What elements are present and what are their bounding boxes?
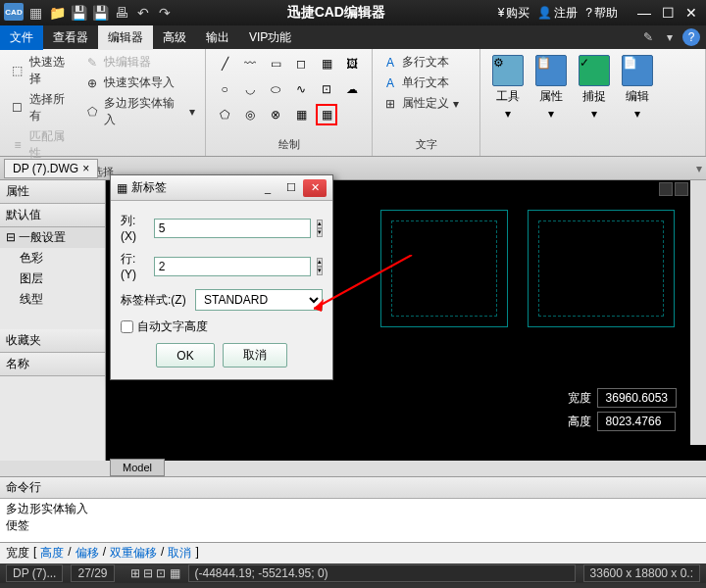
general-section[interactable]: ⊟ 一般设置 — [0, 227, 105, 248]
canvas-min-icon[interactable] — [659, 182, 673, 196]
buy-link[interactable]: ¥ 购买 — [498, 5, 530, 22]
command-body[interactable]: 多边形实体输入 便签 — [0, 499, 706, 542]
stext[interactable]: A单行文本 — [380, 74, 461, 92]
register-link[interactable]: 👤 注册 — [537, 5, 578, 22]
draw-table-icon[interactable]: ▦ — [316, 104, 337, 125]
cols-down[interactable]: ▾ — [317, 228, 323, 237]
tools-button[interactable]: ⚙工具▾ — [488, 53, 528, 152]
canvas-max-icon[interactable] — [675, 182, 688, 196]
tab-editor[interactable]: 编辑器 — [98, 25, 153, 50]
tab-file[interactable]: 文件 — [0, 25, 43, 50]
app-logo: CAD — [4, 3, 24, 21]
help-link[interactable]: ? 帮助 — [585, 5, 618, 22]
tabstrip-menu-icon[interactable]: ▾ — [696, 162, 702, 175]
ok-button[interactable]: OK — [156, 343, 214, 368]
dialog-title: 新标签 — [131, 179, 252, 196]
cancel-button[interactable]: 取消 — [223, 343, 287, 368]
draw-spline-icon[interactable]: ∿ — [290, 78, 312, 100]
props-header: 属性 — [0, 180, 105, 204]
poly-input[interactable]: ⬠多边形实体输入 ▾ — [82, 94, 197, 129]
cols-up[interactable]: ▴ — [317, 220, 323, 228]
saveas-icon[interactable]: 💾 — [90, 3, 110, 23]
status-pages: 27/29 — [71, 564, 114, 582]
tab-output[interactable]: 输出 — [196, 25, 239, 50]
maximize-button[interactable]: ☐ — [657, 4, 679, 22]
prop-linetype[interactable]: 线型 — [0, 289, 105, 310]
dialog-maximize[interactable]: ☐ — [279, 179, 303, 197]
status-file: DP (7)... — [6, 564, 63, 582]
draw-empty — [341, 104, 363, 125]
draw-hatch-icon[interactable]: ▦ — [316, 53, 337, 74]
draw-x-icon[interactable]: ⊗ — [265, 104, 286, 125]
auto-height-checkbox[interactable] — [121, 320, 133, 333]
open-icon[interactable]: 📁 — [47, 3, 67, 23]
snap-button[interactable]: ✓捕捉▾ — [575, 53, 614, 152]
help-icon[interactable]: ? — [682, 28, 700, 46]
rows-input[interactable] — [154, 257, 311, 276]
dialog-minimize[interactable]: _ — [256, 179, 279, 197]
quick-select[interactable]: ⬚快速选择 — [8, 53, 78, 88]
width-value: 36960.6053 — [597, 388, 677, 408]
edit-button[interactable]: 📄编辑▾ — [618, 53, 657, 152]
print-icon[interactable]: 🖶 — [112, 3, 131, 23]
draw-arc-icon[interactable]: ◡ — [239, 78, 261, 100]
draw-rect-icon[interactable]: ▭ — [265, 53, 286, 74]
auto-height-label: 自动文字高度 — [137, 318, 208, 335]
height-label: 高度 — [568, 414, 591, 430]
document-tab[interactable]: DP (7).DWG× — [4, 159, 98, 178]
cols-input[interactable] — [154, 219, 311, 238]
draw-point-icon[interactable]: ⊡ — [316, 78, 337, 100]
quick-editor: ✎快编辑器 — [82, 53, 197, 72]
mtext[interactable]: A多行文本 — [380, 53, 461, 72]
status-coords: (-44844.19; -55214.95; 0) — [188, 564, 576, 582]
select-all[interactable]: ☐选择所有 — [8, 90, 78, 125]
tab-close-icon[interactable]: × — [82, 162, 89, 175]
draw-block-icon[interactable]: ▦ — [290, 104, 312, 125]
draw-line-icon[interactable]: ╱ — [214, 53, 235, 74]
quick-import[interactable]: ⊕快速实体导入 — [82, 74, 197, 92]
style-label: 标签样式:(Z) — [121, 292, 189, 309]
defaults-header[interactable]: 默认值 — [0, 204, 105, 227]
tab-advanced[interactable]: 高级 — [153, 25, 196, 50]
status-double-offset-link[interactable]: 双重偏移 — [110, 545, 157, 562]
dialog-close[interactable]: ✕ — [303, 179, 327, 197]
draw-ellipse-icon[interactable]: ⬭ — [265, 78, 286, 100]
draw-rect2-icon[interactable]: ◻ — [290, 53, 312, 74]
tab-viewer[interactable]: 查看器 — [43, 25, 98, 50]
app-title: 迅捷CAD编辑器 — [175, 4, 498, 22]
name-header[interactable]: 名称 — [0, 353, 105, 376]
pen-icon[interactable]: ✎ — [639, 28, 657, 46]
undo-icon[interactable]: ↶ — [133, 3, 153, 23]
attdef[interactable]: ⊞属性定义 ▾ — [380, 94, 461, 113]
height-value: 8023.4766 — [597, 412, 676, 431]
draw-poly-icon[interactable]: ⬠ — [214, 104, 235, 125]
prop-layer[interactable]: 图层 — [0, 269, 105, 289]
status-cancel-link[interactable]: 取消 — [168, 545, 191, 562]
draw-circle-icon[interactable]: ○ — [214, 78, 235, 100]
status-offset-link[interactable]: 偏移 — [76, 545, 99, 562]
command-header: 命令行 — [0, 477, 706, 499]
draw-cloud-icon[interactable]: ☁ — [341, 78, 363, 100]
rows-down[interactable]: ▾ — [317, 267, 323, 275]
prop-color[interactable]: 色彩 — [0, 248, 105, 269]
status-height-link[interactable]: 高度 — [40, 545, 64, 562]
redo-icon[interactable]: ↷ — [155, 3, 175, 23]
close-button[interactable]: ✕ — [681, 4, 702, 22]
draw-donut-icon[interactable]: ◎ — [239, 104, 261, 125]
text-group-label: 文字 — [380, 135, 472, 152]
rows-label: 行:(Y) — [121, 251, 148, 281]
props-button[interactable]: 📋属性▾ — [531, 53, 571, 152]
minimize-button[interactable]: — — [633, 4, 655, 22]
draw-image-icon[interactable]: 🖼 — [341, 53, 363, 74]
rows-up[interactable]: ▴ — [317, 258, 323, 267]
chevron-down-icon[interactable]: ▾ — [661, 28, 679, 46]
cols-label: 列:(X) — [121, 213, 148, 243]
tab-vip[interactable]: VIP功能 — [239, 25, 301, 50]
model-tab[interactable]: Model — [110, 459, 165, 476]
style-select[interactable]: STANDARD — [195, 289, 323, 311]
draw-pline-icon[interactable]: 〰 — [239, 53, 261, 74]
scrollbar-vertical[interactable] — [690, 180, 706, 445]
save-icon[interactable]: 💾 — [69, 3, 88, 23]
new-icon[interactable]: ▦ — [25, 3, 45, 23]
favorites-header: 收藏夹 — [0, 329, 105, 353]
